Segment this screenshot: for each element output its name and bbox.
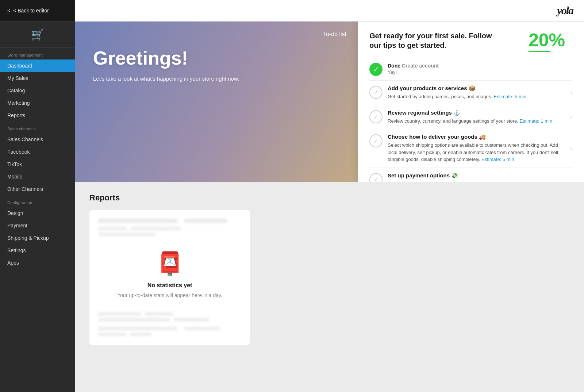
- todo-header: Get ready for your first sale. Follow ou…: [369, 31, 572, 52]
- blurred-footer-row: [98, 327, 241, 330]
- cart-icon: 🛒: [31, 28, 44, 41]
- todo-panel: ⋯ Get ready for your first sale. Follow …: [358, 22, 584, 182]
- reports-section: Reports 📮 No statistics yet You: [75, 182, 584, 392]
- add-products-desc: Get started by adding names, prices, and…: [388, 93, 565, 100]
- reports-title: Reports: [89, 193, 569, 203]
- sidebar-item-settings[interactable]: Settings: [0, 244, 75, 257]
- checkmark-icon: ✓: [373, 65, 379, 73]
- sidebar-item-catalog[interactable]: Catalog: [0, 84, 75, 97]
- blurred-f1: [98, 327, 177, 330]
- todo-item-content-4: Choose how to deliver your goods 🚚 Selec…: [388, 134, 565, 163]
- sidebar-item-my-sales[interactable]: My Sales: [0, 72, 75, 84]
- sidebar-item-shipping[interactable]: Shipping & Pickup: [0, 232, 75, 244]
- sidebar-item-reports[interactable]: Reports: [0, 109, 75, 122]
- no-stats-desc: Your up-to-date stats will appear here i…: [117, 292, 222, 299]
- chevron-right-icon-5: ›: [570, 180, 572, 182]
- check-icon-4: ✓: [374, 176, 379, 182]
- blurred-b4: [173, 318, 209, 322]
- sidebar-item-dashboard[interactable]: Dashboard: [0, 59, 75, 72]
- todo-title: Get ready for your first sale. Follow ou…: [369, 31, 501, 50]
- blurred-stat-1: [98, 219, 177, 223]
- todo-yay: Yay!: [388, 69, 572, 75]
- blurred-footer-row-2: [98, 333, 241, 336]
- back-to-editor-button[interactable]: < < Back to editor: [0, 0, 75, 22]
- chevron-right-icon-3: ›: [570, 113, 572, 121]
- hero-content: Greetings! Let's take a look at what's h…: [93, 47, 239, 82]
- sidebar-item-facebook[interactable]: Facebook: [0, 146, 75, 158]
- blurred-stat-2: [184, 219, 227, 223]
- sidebar-item-other-channels[interactable]: Other Channels: [0, 183, 75, 195]
- reports-card: 📮 No statistics yet Your up-to-date stat…: [89, 210, 250, 345]
- yola-logo: yola: [557, 4, 573, 17]
- check-icon-2: ✓: [374, 114, 379, 120]
- sidebar-item-design[interactable]: Design: [0, 207, 75, 219]
- todo-item-deliver-goods[interactable]: ✓ Choose how to deliver your goods 🚚 Sel…: [369, 129, 572, 168]
- add-products-estimate: Estimate: 5 min.: [494, 94, 528, 99]
- top-bar: yola: [75, 0, 584, 22]
- sidebar-item-marketing[interactable]: Marketing: [0, 97, 75, 109]
- blurred-f4: [130, 333, 152, 336]
- todo-item-content-5: Set up payment options 💸 Choose how peop…: [388, 172, 565, 182]
- todo-item-content: Done Create account Yay!: [388, 63, 572, 75]
- add-products-title: Add your products or services 📦: [388, 85, 565, 92]
- configuration-label: Configuration: [0, 195, 75, 207]
- todo-item-content-3: Review regional settings ⚓ Review countr…: [388, 109, 565, 125]
- mailbox-icon: 📮: [156, 251, 184, 277]
- store-management-label: Store management: [0, 48, 75, 59]
- todo-item-content: Add your products or services 📦 Get star…: [388, 85, 565, 100]
- blurred-header-row: [98, 219, 241, 223]
- todo-list-label: To-do list: [323, 31, 346, 38]
- regional-settings-title: Review regional settings ⚓: [388, 109, 565, 116]
- todo-percent-section: 20%: [529, 31, 565, 52]
- todo-item-add-products[interactable]: ✓ Add your products or services 📦 Get st…: [369, 81, 572, 105]
- page-body: Greetings! Let's take a look at what's h…: [75, 22, 584, 392]
- blurred-b1: [98, 312, 141, 316]
- blurred-val-1: [98, 227, 127, 230]
- todo-item-create-account[interactable]: ✓ Done Create account Yay!: [369, 58, 572, 81]
- blurred-bottom-2: [98, 318, 241, 322]
- create-account-title: Create account: [402, 63, 439, 69]
- blurred-b3: [98, 318, 170, 322]
- deliver-goods-title: Choose how to deliver your goods 🚚: [388, 134, 565, 140]
- regional-settings-desc: Review country, currency, and language s…: [388, 118, 565, 125]
- no-stats-section: 📮 No statistics yet Your up-to-date stat…: [98, 238, 241, 312]
- sidebar-item-payment[interactable]: Payment: [0, 219, 75, 232]
- todo-item-payment-options[interactable]: ✓ Set up payment options 💸 Choose how pe…: [369, 168, 572, 182]
- todo-check-done: ✓: [369, 63, 383, 76]
- cart-section: 🛒: [0, 22, 75, 48]
- no-stats-title: No statistics yet: [147, 282, 192, 289]
- blurred-f3: [98, 333, 127, 336]
- percent-bar: [529, 51, 550, 52]
- todo-item-regional-settings[interactable]: ✓ Review regional settings ⚓ Review coun…: [369, 105, 572, 130]
- sidebar-item-sales-channels[interactable]: Sales Channels: [0, 133, 75, 146]
- hero-subtitle: Let's take a look at what's happening in…: [93, 76, 239, 82]
- deliver-estimate: Estimate: 5 min.: [481, 157, 515, 162]
- blurred-bottom-1: [98, 312, 241, 316]
- sidebar-item-apps[interactable]: Apps: [0, 257, 75, 269]
- todo-check-pending-2: ✓: [369, 110, 383, 123]
- todo-menu-dots[interactable]: ⋯: [566, 30, 574, 38]
- done-label: Done: [388, 63, 402, 69]
- payment-options-desc: Choose how people will be paying at chec…: [388, 180, 565, 182]
- todo-percent: 20%: [529, 31, 565, 49]
- sidebar-item-mobile[interactable]: Mobile: [0, 170, 75, 183]
- check-icon-3: ✓: [374, 138, 379, 144]
- blurred-b2: [145, 312, 173, 316]
- chevron-right-icon: ›: [570, 89, 572, 96]
- blurred-row-2: [98, 227, 241, 230]
- todo-check-pending-4: ✓: [369, 173, 383, 182]
- back-arrow-icon: <: [7, 8, 10, 14]
- todo-check-pending-3: ✓: [369, 134, 383, 147]
- greeting-title: Greetings!: [93, 47, 239, 69]
- chevron-right-icon-4: ›: [570, 145, 572, 152]
- regional-estimate: Estimate: 1 min.: [520, 118, 554, 124]
- sidebar-item-tiktok[interactable]: TikTok: [0, 158, 75, 170]
- todo-check-pending: ✓: [369, 86, 383, 99]
- payment-options-title: Set up payment options 💸: [388, 172, 565, 179]
- blurred-row-3: [98, 232, 155, 236]
- back-to-editor-label: < Back to editor: [13, 8, 49, 14]
- sales-channels-label: Sales channels: [0, 122, 75, 133]
- hero-banner: Greetings! Let's take a look at what's h…: [75, 22, 584, 182]
- sidebar: < < Back to editor 🛒 Store management Da…: [0, 0, 75, 392]
- blurred-f2: [184, 327, 220, 330]
